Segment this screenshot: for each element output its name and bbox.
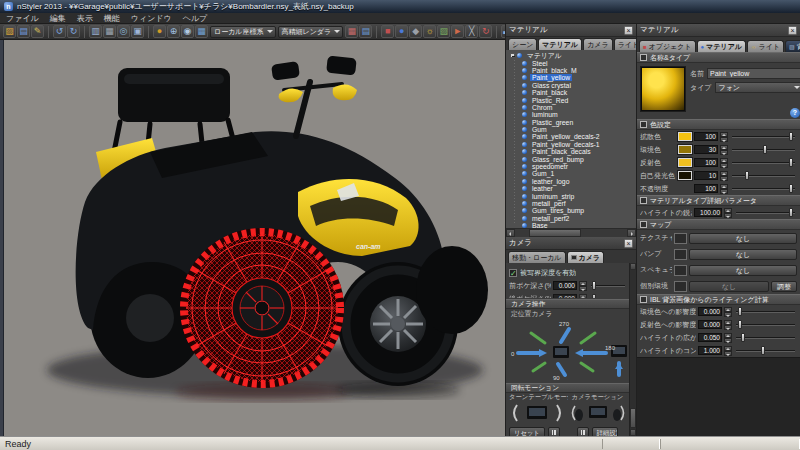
scroll-up-icon[interactable]	[630, 263, 636, 270]
menu-item[interactable]: 編集	[50, 13, 66, 24]
material-item[interactable]: Paint_black	[509, 89, 634, 96]
texture-icon[interactable]: ▦	[195, 25, 208, 38]
map-texture-box[interactable]	[674, 249, 687, 260]
ibl-slider[interactable]	[736, 346, 795, 355]
color-slider[interactable]	[732, 158, 795, 167]
menu-item[interactable]: 表示	[77, 13, 93, 24]
material-item[interactable]: Gum_tires_bump	[509, 207, 634, 214]
tab-camera[interactable]: カメラ	[583, 38, 613, 50]
color-swatch[interactable]	[678, 132, 692, 141]
map-section-header[interactable]: マップ	[637, 219, 800, 230]
color-value[interactable]: 100	[694, 132, 718, 141]
color-stepper[interactable]	[720, 132, 728, 142]
adjust-button[interactable]: 調整	[771, 281, 797, 292]
dof-checkbox-row[interactable]: ✓ 被写界深度を有効	[509, 266, 627, 279]
materials-panel-header[interactable]: マテリアル ×	[506, 24, 636, 37]
pause-button-2[interactable]	[577, 427, 589, 436]
tools-icon[interactable]: ╳	[465, 25, 478, 38]
ibl-value[interactable]: 0.000	[698, 320, 722, 329]
tab-camera-settings[interactable]: カメラ	[567, 251, 605, 263]
camera-target-icon[interactable]: ◉	[181, 25, 194, 38]
scroll-down-icon[interactable]	[630, 429, 636, 436]
color-value[interactable]: 100	[694, 184, 718, 193]
color-slider[interactable]	[732, 171, 795, 180]
material-item[interactable]: metall_perf	[509, 200, 634, 207]
redo-icon[interactable]: ↻	[67, 25, 80, 38]
scroll-left-icon[interactable]	[506, 229, 515, 237]
ibl-slider[interactable]	[736, 333, 795, 342]
close-icon[interactable]: ×	[788, 26, 797, 35]
detail-slider[interactable]	[736, 208, 795, 217]
ibl-slider[interactable]	[736, 320, 795, 329]
undo-icon[interactable]: ↺	[53, 25, 66, 38]
motion-controls[interactable]	[509, 402, 627, 424]
color-slider[interactable]	[732, 132, 795, 141]
color-slider[interactable]	[732, 145, 795, 154]
material-item[interactable]: Base	[509, 222, 634, 228]
vertical-scrollbar[interactable]	[629, 263, 636, 436]
reset-button[interactable]: リセット	[509, 427, 545, 436]
material-item[interactable]: Steel	[509, 59, 634, 66]
front-blur-stepper[interactable]	[579, 281, 587, 291]
front-blur-value[interactable]: 0.000	[553, 281, 577, 290]
ibl-slider[interactable]	[736, 307, 795, 316]
checkbox-checked-icon[interactable]: ✓	[509, 269, 517, 277]
color-swatch[interactable]	[678, 171, 692, 180]
camera-mode-icon[interactable]: ◆	[409, 25, 422, 38]
name-type-section-header[interactable]: 名称&タイプ	[637, 52, 800, 63]
material-sphere-icon[interactable]: ●	[153, 25, 166, 38]
close-icon[interactable]: ×	[624, 26, 633, 35]
horizontal-scrollbar[interactable]	[506, 228, 636, 237]
color-value[interactable]: 10	[694, 171, 718, 180]
scrollbar-thumb[interactable]	[529, 229, 581, 237]
detail-stepper[interactable]	[724, 208, 732, 218]
coordinate-system-dropdown[interactable]: ローカル座標系	[210, 26, 276, 38]
background-mode-icon[interactable]: ▨	[437, 25, 450, 38]
ibl-value[interactable]: 0.050	[698, 333, 722, 342]
ibl-stepper[interactable]	[724, 320, 732, 330]
title-bar[interactable]: n nStyler 2013 - ¥¥Garage¥public¥ユーザーサポー…	[0, 0, 800, 13]
color-slider[interactable]	[732, 184, 795, 193]
material-item[interactable]: Paint_yellow_decals-2	[509, 133, 634, 140]
detail-params-section-header[interactable]: マテリアルタイプ詳細パラメータ	[637, 195, 800, 206]
material-mode-icon[interactable]: ●	[395, 25, 408, 38]
scroll-right-icon[interactable]	[627, 229, 636, 237]
color-value[interactable]: 30	[694, 145, 718, 154]
front-blur-slider[interactable]	[591, 281, 625, 290]
car-view-icon[interactable]: ▣	[131, 25, 144, 38]
material-item[interactable]: Glass crystal	[509, 82, 634, 89]
tab-move-local[interactable]: 移動・ローカル	[508, 251, 566, 263]
scrollbar-thumb[interactable]	[630, 408, 636, 428]
viewport-3d-scene[interactable]: can-am	[0, 40, 505, 436]
camera-direction-compass[interactable]: 270	[509, 319, 627, 381]
material-item[interactable]: metall_perf2	[509, 215, 634, 222]
menu-item[interactable]: ファイル	[6, 13, 39, 24]
material-item[interactable]: Plastic_Red	[509, 96, 634, 103]
save-as-icon[interactable]: ✎	[31, 25, 44, 38]
ibl-stepper[interactable]	[724, 307, 732, 317]
tab-background-props[interactable]: ▨ 背景	[785, 40, 800, 52]
map-texture-box[interactable]	[674, 265, 687, 276]
render-settings-icon[interactable]: ◎	[117, 25, 130, 38]
menu-item[interactable]: 機能	[104, 13, 120, 24]
color-swatch[interactable]	[678, 145, 692, 154]
camera-panel-header[interactable]: カメラ ×	[506, 237, 636, 250]
material-item[interactable]: leather_logo	[509, 178, 634, 185]
detail-value[interactable]: 100.00	[694, 208, 722, 217]
env-none-button[interactable]: なし	[689, 281, 769, 292]
viewport-layout-icon[interactable]: ▥	[89, 25, 102, 38]
map-texture-box[interactable]	[674, 233, 687, 244]
menu-item[interactable]: ウィンドウ	[131, 13, 172, 24]
material-item[interactable]: Glass_red_bump	[509, 155, 634, 162]
refresh-icon[interactable]: ↻	[479, 25, 492, 38]
open-file-icon[interactable]: ▨	[3, 25, 16, 38]
material-item[interactable]: luminum	[509, 111, 634, 118]
color-stepper[interactable]	[720, 171, 728, 181]
material-item[interactable]: Paint_black_decals	[509, 148, 634, 155]
material-name-field[interactable]	[707, 68, 800, 79]
help-icon[interactable]: ?	[790, 108, 800, 118]
tab-object[interactable]: ■ オブジェクト	[639, 40, 696, 52]
material-item[interactable]: Paint_black_M	[509, 67, 634, 74]
map-none-button[interactable]: なし	[689, 249, 797, 260]
ibl-stepper[interactable]	[724, 333, 732, 343]
